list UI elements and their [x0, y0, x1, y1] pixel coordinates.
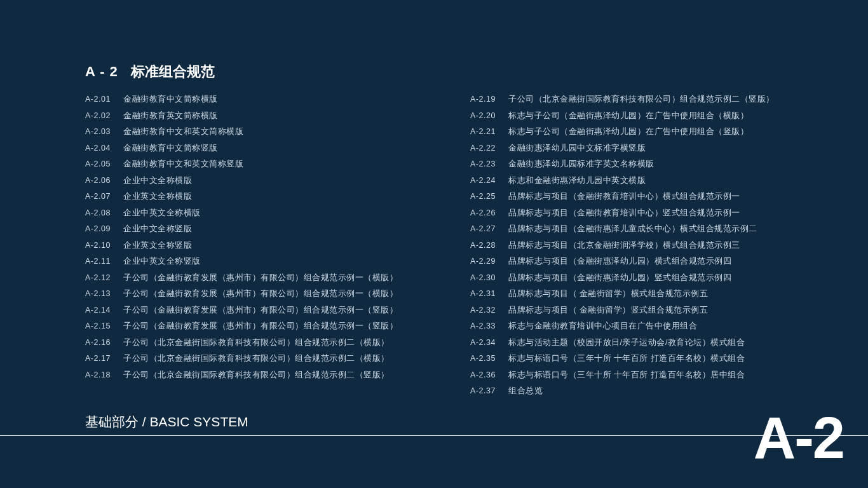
toc-row-title: 子公司（北京金融街国际教育科技有限公司）组合规范示例二（竖版） — [123, 370, 390, 381]
toc-row-number: A-2.10 — [85, 241, 114, 250]
toc-row-number: A-2.17 — [85, 354, 114, 363]
toc-row: A-2.29品牌标志与项目（金融街惠泽幼儿园）横式组合规范示例四 — [470, 256, 830, 273]
toc-row: A-2.27品牌标志与项目（金融街惠泽儿童成长中心）横式组合规范示例二 — [470, 224, 830, 240]
toc-row-number: A-2.04 — [85, 144, 114, 152]
toc-row-title: 金融街教育中文和英文简称横版 — [123, 126, 243, 137]
toc-row-number: A-2.28 — [470, 241, 499, 250]
toc-row-number: A-2.16 — [85, 338, 114, 347]
toc-row-title: 金融街教育中文和英文简称竖版 — [123, 159, 243, 170]
toc-row-title: 子公司（北京金融街国际教育科技有限公司）组合规范示例二（横版） — [123, 337, 390, 348]
toc-row: A-2.36标志与标语口号（三年十所 十年百所 打造百年名校）居中组合 — [470, 370, 830, 386]
toc-row: A-2.20标志与子公司（金融街惠泽幼儿园）在广告中使用组合（横版） — [470, 111, 830, 127]
toc-row: A-2.28品牌标志与项目（北京金融街润泽学校）横式组合规范示例三 — [470, 240, 830, 257]
toc-row-number: A-2.31 — [470, 289, 499, 298]
toc-row-title: 组合总览 — [508, 386, 543, 396]
toc-row-title: 标志与子公司（金融街惠泽幼儿园）在广告中使用组合（横版） — [508, 111, 749, 121]
toc-row-number: A-2.29 — [470, 257, 499, 266]
toc-row: A-2.34标志与活动主题（校园开放日/亲子运动会/教育论坛）横式组合 — [470, 337, 830, 354]
toc-row: A-2.14子公司（金融街教育发展（惠州市）有限公司）组合规范示例一（竖版） — [85, 305, 445, 322]
toc-row-number: A-2.21 — [470, 127, 499, 136]
toc-row-title: 企业中文全称横版 — [123, 175, 192, 186]
toc-row-number: A-2.07 — [85, 192, 114, 201]
toc-row: A-2.37组合总览 — [470, 386, 830, 402]
toc-row-number: A-2.18 — [85, 370, 114, 379]
toc-row: A-2.18子公司（北京金融街国际教育科技有限公司）组合规范示例二（竖版） — [85, 370, 445, 386]
toc-row: A-2.09企业中文全称竖版 — [85, 224, 445, 240]
toc-row-title: 企业英文全称竖版 — [123, 240, 192, 251]
toc-row: A-2.16子公司（北京金融街国际教育科技有限公司）组合规范示例二（横版） — [85, 337, 445, 354]
toc-columns: A-2.01金融街教育中文简称横版A-2.02金融街教育英文简称横版A-2.03… — [85, 94, 830, 399]
toc-row-title: 金融街教育英文简称横版 — [123, 111, 218, 121]
toc-row: A-2.15子公司（金融街教育发展（惠州市）有限公司）组合规范示例一（竖版） — [85, 321, 445, 337]
toc-row-title: 品牌标志与项目（金融街惠泽幼儿园）横式组合规范示例四 — [508, 256, 731, 267]
toc-row-title: 企业中文全称竖版 — [123, 224, 192, 234]
toc-row-number: A-2.08 — [85, 208, 114, 217]
toc-row-number: A-2.37 — [470, 386, 499, 395]
toc-row-number: A-2.22 — [470, 144, 499, 152]
toc-row-title: 品牌标志与项目（ 金融街留学）竖式组合规范示例五 — [508, 305, 708, 316]
toc-row-title: 子公司（金融街教育发展（惠州市）有限公司）组合规范示例一（竖版） — [123, 321, 398, 332]
toc-row-number: A-2.13 — [85, 289, 114, 298]
toc-row: A-2.21标志与子公司（金融街惠泽幼儿园）在广告中使用组合（竖版） — [470, 126, 830, 143]
toc-row-title: 子公司（北京金融街国际教育科技有限公司）组合规范示例二（横版） — [123, 353, 390, 364]
toc-row-title: 金融街惠泽幼儿园标准字英文名称横版 — [508, 159, 654, 170]
toc-row-title: 金融街教育中文简称竖版 — [123, 143, 218, 154]
toc-row: A-2.19子公司（北京金融街国际教育科技有限公司）组合规范示例二（竖版） — [470, 94, 830, 111]
toc-row-number: A-2.26 — [470, 208, 499, 217]
toc-row-title: 标志和金融街惠泽幼儿园中英文横版 — [508, 175, 646, 186]
toc-row-title: 标志与标语口号（三年十所 十年百所 打造百年名校）横式组合 — [508, 353, 745, 364]
toc-row: A-2.07企业英文全称横版 — [85, 191, 445, 208]
toc-row-title: 品牌标志与项目（金融街教育培训中心）竖式组合规范示例一 — [508, 208, 740, 219]
toc-row-number: A-2.25 — [470, 192, 499, 201]
toc-row-number: A-2.32 — [470, 306, 499, 315]
section-code: A - 2 — [85, 64, 118, 80]
toc-row: A-2.10企业英文全称竖版 — [85, 240, 445, 257]
toc-row-title: 子公司（金融街教育发展（惠州市）有限公司）组合规范示例一（横版） — [123, 288, 398, 299]
footer-divider — [0, 435, 868, 436]
toc-row: A-2.05金融街教育中文和英文简称竖版 — [85, 159, 445, 175]
toc-row-title: 子公司（金融街教育发展（惠州市）有限公司）组合规范示例一（横版） — [123, 273, 398, 283]
toc-row-title: 品牌标志与项目（北京金融街润泽学校）横式组合规范示例三 — [508, 240, 740, 251]
toc-row-number: A-2.35 — [470, 354, 499, 363]
section-title: 标准组合规范 — [131, 62, 215, 81]
toc-row-title: 标志与金融街教育培训中心项目在广告中使用组合 — [508, 321, 697, 332]
toc-row: A-2.02金融街教育英文简称横版 — [85, 111, 445, 127]
toc-row-title: 品牌标志与项目（金融街教育培训中心）横式组合规范示例一 — [508, 191, 740, 202]
toc-row-number: A-2.34 — [470, 338, 499, 347]
toc-row: A-2.22金融街惠泽幼儿园中文标准字横竖版 — [470, 143, 830, 159]
toc-row: A-2.30品牌标志与项目（金融街惠泽幼儿园）竖式组合规范示例四 — [470, 273, 830, 289]
toc-column-right: A-2.19子公司（北京金融街国际教育科技有限公司）组合规范示例二（竖版）A-2… — [470, 94, 830, 399]
toc-row-number: A-2.30 — [470, 273, 499, 282]
toc-row: A-2.24标志和金融街惠泽幼儿园中英文横版 — [470, 175, 830, 192]
toc-row: A-2.33标志与金融街教育培训中心项目在广告中使用组合 — [470, 321, 830, 337]
toc-row-number: A-2.19 — [470, 95, 499, 104]
toc-row: A-2.08企业中英文全称横版 — [85, 208, 445, 224]
toc-row-number: A-2.33 — [470, 322, 499, 330]
toc-row-number: A-2.23 — [470, 159, 499, 168]
footer-label: 基础部分 / BASIC SYSTEM — [85, 413, 248, 431]
section-heading: A - 2 标准组合规范 — [85, 62, 215, 81]
toc-row-number: A-2.01 — [85, 95, 114, 104]
toc-row-number: A-2.27 — [470, 224, 499, 233]
toc-row-number: A-2.06 — [85, 176, 114, 185]
toc-row: A-2.17子公司（北京金融街国际教育科技有限公司）组合规范示例二（横版） — [85, 353, 445, 370]
toc-row-number: A-2.03 — [85, 127, 114, 136]
toc-row: A-2.03金融街教育中文和英文简称横版 — [85, 126, 445, 143]
toc-row: A-2.12子公司（金融街教育发展（惠州市）有限公司）组合规范示例一（横版） — [85, 273, 445, 289]
toc-row: A-2.04金融街教育中文简称竖版 — [85, 143, 445, 159]
toc-row: A-2.11企业中英文全称竖版 — [85, 256, 445, 273]
toc-row: A-2.26品牌标志与项目（金融街教育培训中心）竖式组合规范示例一 — [470, 208, 830, 224]
toc-row-number: A-2.09 — [85, 224, 114, 233]
toc-row-title: 企业中英文全称横版 — [123, 208, 201, 219]
toc-row-number: A-2.05 — [85, 159, 114, 168]
toc-row-title: 标志与子公司（金融街惠泽幼儿园）在广告中使用组合（竖版） — [508, 126, 749, 137]
toc-row-title: 标志与活动主题（校园开放日/亲子运动会/教育论坛）横式组合 — [508, 337, 745, 348]
toc-row-title: 金融街惠泽幼儿园中文标准字横竖版 — [508, 143, 646, 154]
toc-row: A-2.31品牌标志与项目（ 金融街留学）横式组合规范示例五 — [470, 288, 830, 305]
toc-row-title: 品牌标志与项目（金融街惠泽幼儿园）竖式组合规范示例四 — [508, 273, 731, 283]
toc-row-number: A-2.36 — [470, 370, 499, 379]
toc-row-title: 标志与标语口号（三年十所 十年百所 打造百年名校）居中组合 — [508, 370, 745, 381]
toc-row-number: A-2.20 — [470, 111, 499, 120]
toc-row: A-2.32品牌标志与项目（ 金融街留学）竖式组合规范示例五 — [470, 305, 830, 322]
toc-column-left: A-2.01金融街教育中文简称横版A-2.02金融街教育英文简称横版A-2.03… — [85, 94, 470, 399]
